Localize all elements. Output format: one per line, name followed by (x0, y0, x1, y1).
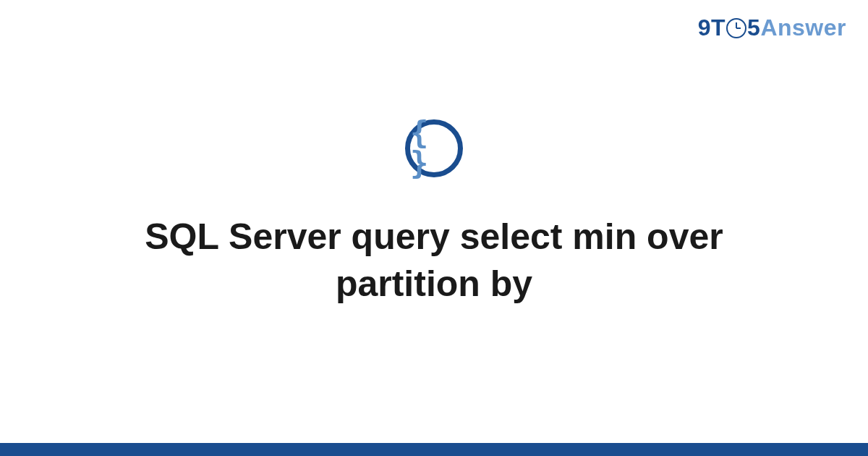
code-braces-icon: { } (405, 119, 463, 177)
braces-symbol: { } (410, 118, 458, 179)
main-content: { } SQL Server query select min over par… (0, 0, 868, 456)
page-title: SQL Server query select min over partiti… (72, 214, 796, 308)
footer-accent-bar (0, 443, 868, 456)
